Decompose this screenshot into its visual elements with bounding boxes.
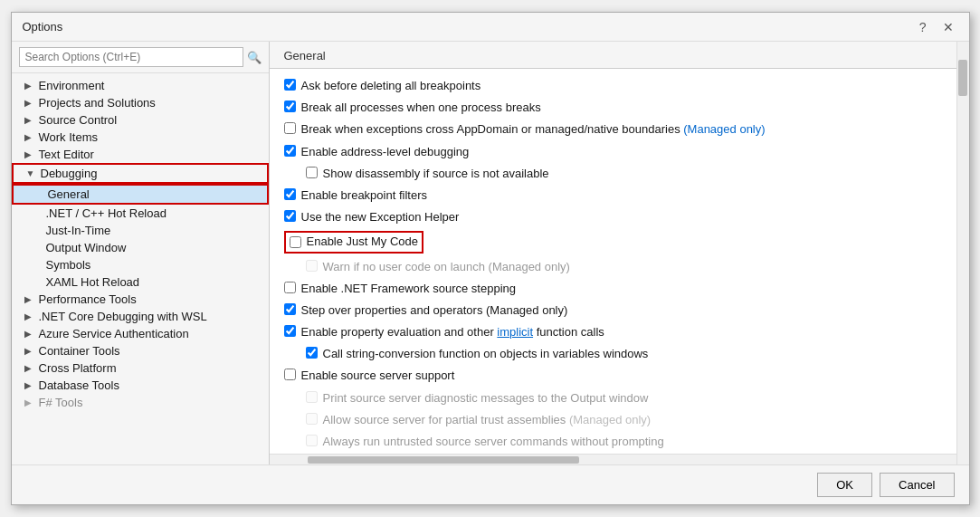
sidebar-item-label: .NET Core Debugging with WSL xyxy=(39,310,207,323)
search-box: 🔍 xyxy=(12,42,269,73)
option-label-new-exception-helper[interactable]: Use the new Exception Helper xyxy=(301,209,460,225)
arrow-icon: ▶ xyxy=(24,294,35,304)
sidebar-item-source-control[interactable]: ▶ Source Control xyxy=(12,111,269,129)
option-always-run-untrusted: Always run untrusted source server comma… xyxy=(284,434,942,450)
sidebar-item-dotnet-wsl[interactable]: ▶ .NET Core Debugging with WSL xyxy=(12,308,269,325)
option-step-over-properties: Step over properties and operators (Mana… xyxy=(284,302,942,319)
scrollbar-thumb[interactable] xyxy=(308,456,579,464)
option-label-enable-just-my-code[interactable]: Enable Just My Code xyxy=(307,234,419,250)
sidebar-item-label: .NET / C++ Hot Reload xyxy=(46,206,167,220)
arrow-icon: ▶ xyxy=(24,363,35,373)
close-button[interactable]: ✕ xyxy=(938,18,958,36)
ok-button[interactable]: OK xyxy=(817,473,872,497)
sidebar-item-label: Environment xyxy=(39,79,105,92)
option-allow-partial-trust: Allow source server for partial trust as… xyxy=(284,412,942,428)
sidebar-item-label: XAML Hot Reload xyxy=(46,275,140,289)
option-checkbox-warn-no-user-code xyxy=(306,260,318,272)
option-label-always-run-untrusted: Always run untrusted source server comma… xyxy=(323,434,664,450)
option-checkbox-show-disassembly[interactable] xyxy=(306,167,318,178)
arrow-icon: ▶ xyxy=(24,311,35,321)
sidebar-item-label: Container Tools xyxy=(39,344,120,358)
sidebar-item-label: Cross Platform xyxy=(39,361,117,375)
sidebar-item-label: Debugging xyxy=(41,167,98,180)
options-dialog: Options ? ✕ 🔍 ▶ Environment ▶ Pro xyxy=(11,12,970,505)
search-input[interactable] xyxy=(19,47,243,67)
option-checkbox-new-exception-helper[interactable] xyxy=(284,210,296,222)
help-button[interactable]: ? xyxy=(915,18,931,36)
sidebar-item-debugging[interactable]: ▼ Debugging xyxy=(12,163,269,184)
option-call-string-conversion: Call string-conversion function on objec… xyxy=(284,346,942,362)
sidebar-item-work-items[interactable]: ▶ Work Items xyxy=(12,129,269,146)
sidebar-item-label: F# Tools xyxy=(39,396,83,409)
sidebar-item-container-tools[interactable]: ▶ Container Tools xyxy=(12,342,269,359)
option-ask-before-delete: Ask before deleting all breakpoints xyxy=(284,78,942,94)
option-label-allow-partial-trust: Allow source server for partial trust as… xyxy=(323,412,652,428)
sidebar-item-text-editor[interactable]: ▶ Text Editor xyxy=(12,146,269,163)
sidebar-item-output-window[interactable]: Output Window xyxy=(12,239,269,256)
option-checkbox-enable-address-level[interactable] xyxy=(284,145,296,157)
option-checkbox-always-run-untrusted xyxy=(306,435,318,446)
option-new-exception-helper: Use the new Exception Helper xyxy=(284,209,942,225)
option-label-enable-breakpoint-filters[interactable]: Enable breakpoint filters xyxy=(301,187,427,204)
option-label-enable-source-server[interactable]: Enable source server support xyxy=(301,368,455,384)
option-label-enable-dotnet-source[interactable]: Enable .NET Framework source stepping xyxy=(301,281,516,297)
option-checkbox-enable-just-my-code[interactable] xyxy=(290,236,301,248)
option-checkbox-print-source-diagnostic xyxy=(306,391,318,403)
option-break-exceptions-cross: Break when exceptions cross AppDomain or… xyxy=(284,121,942,138)
option-enable-dotnet-source: Enable .NET Framework source stepping xyxy=(284,281,942,297)
arrow-icon: ▶ xyxy=(24,149,35,159)
option-checkbox-ask-before-delete[interactable] xyxy=(284,79,296,91)
sidebar-item-fsharp-tools[interactable]: ▶ F# Tools xyxy=(12,394,269,411)
sidebar-item-label: Work Items xyxy=(39,130,99,144)
sidebar-item-cross-platform[interactable]: ▶ Cross Platform xyxy=(12,359,269,377)
option-label-step-over-properties[interactable]: Step over properties and operators (Mana… xyxy=(301,302,568,319)
sidebar-item-label: Symbols xyxy=(46,258,91,272)
option-checkbox-enable-breakpoint-filters[interactable] xyxy=(284,188,296,200)
cancel-button[interactable]: Cancel xyxy=(880,473,954,497)
sidebar-item-label: Database Tools xyxy=(39,378,119,392)
option-label-break-all-processes[interactable]: Break all processes when one process bre… xyxy=(301,100,541,116)
sidebar-item-performance-tools[interactable]: ▶ Performance Tools xyxy=(12,291,269,308)
option-checkbox-allow-partial-trust xyxy=(306,413,318,425)
sidebar-item-projects-solutions[interactable]: ▶ Projects and Solutions xyxy=(12,94,269,111)
option-label-enable-address-level[interactable]: Enable address-level debugging xyxy=(301,144,470,160)
option-label-break-exceptions-cross[interactable]: Break when exceptions cross AppDomain or… xyxy=(301,121,766,138)
option-checkbox-enable-dotnet-source[interactable] xyxy=(284,282,296,293)
option-checkbox-call-string-conversion[interactable] xyxy=(306,347,318,359)
sidebar-item-hot-reload[interactable]: .NET / C++ Hot Reload xyxy=(12,205,269,222)
sidebar-item-environment[interactable]: ▶ Environment xyxy=(12,77,269,94)
option-enable-address-level: Enable address-level debugging xyxy=(284,144,942,160)
scrollbar-v-thumb[interactable] xyxy=(958,60,967,96)
sidebar-item-label: Text Editor xyxy=(39,148,94,161)
option-label-call-string-conversion[interactable]: Call string-conversion function on objec… xyxy=(323,346,649,362)
arrow-icon: ▼ xyxy=(26,168,37,178)
sidebar-item-just-in-time[interactable]: Just-In-Time xyxy=(12,222,269,239)
footer: OK Cancel xyxy=(12,464,969,504)
option-label-show-disassembly[interactable]: Show disassembly if source is not availa… xyxy=(323,166,549,182)
arrow-icon: ▶ xyxy=(24,81,35,91)
sidebar-item-label: Source Control xyxy=(39,113,118,127)
option-checkbox-step-over-properties[interactable] xyxy=(284,303,296,315)
sidebar-item-xaml-hot-reload[interactable]: XAML Hot Reload xyxy=(12,273,269,291)
vertical-scrollbar[interactable] xyxy=(956,42,969,464)
arrow-icon: ▶ xyxy=(24,132,35,142)
sidebar-item-symbols[interactable]: Symbols xyxy=(12,256,269,273)
options-area: Ask before deleting all breakpoints Brea… xyxy=(270,69,956,454)
right-panel: General Ask before deleting all breakpoi… xyxy=(270,42,956,464)
option-label-ask-before-delete[interactable]: Ask before deleting all breakpoints xyxy=(301,78,481,94)
sidebar-item-label: Azure Service Authentication xyxy=(39,327,189,340)
sidebar-item-label: Projects and Solutions xyxy=(39,96,156,110)
option-checkbox-enable-source-server[interactable] xyxy=(284,369,296,380)
arrow-icon: ▶ xyxy=(24,115,35,125)
option-checkbox-break-exceptions-cross[interactable] xyxy=(284,122,296,134)
option-checkbox-enable-property-eval[interactable] xyxy=(284,325,296,337)
option-enable-source-server: Enable source server support xyxy=(284,368,942,384)
option-show-disassembly: Show disassembly if source is not availa… xyxy=(284,166,942,182)
arrow-icon: ▶ xyxy=(24,346,35,356)
option-label-enable-property-eval[interactable]: Enable property evaluation and other imp… xyxy=(301,324,604,340)
sidebar-item-azure-auth[interactable]: ▶ Azure Service Authentication xyxy=(12,325,269,342)
sidebar-item-general[interactable]: General xyxy=(12,184,269,205)
option-checkbox-break-all-processes[interactable] xyxy=(284,101,296,112)
horizontal-scrollbar[interactable] xyxy=(270,454,956,464)
sidebar-item-database-tools[interactable]: ▶ Database Tools xyxy=(12,377,269,394)
